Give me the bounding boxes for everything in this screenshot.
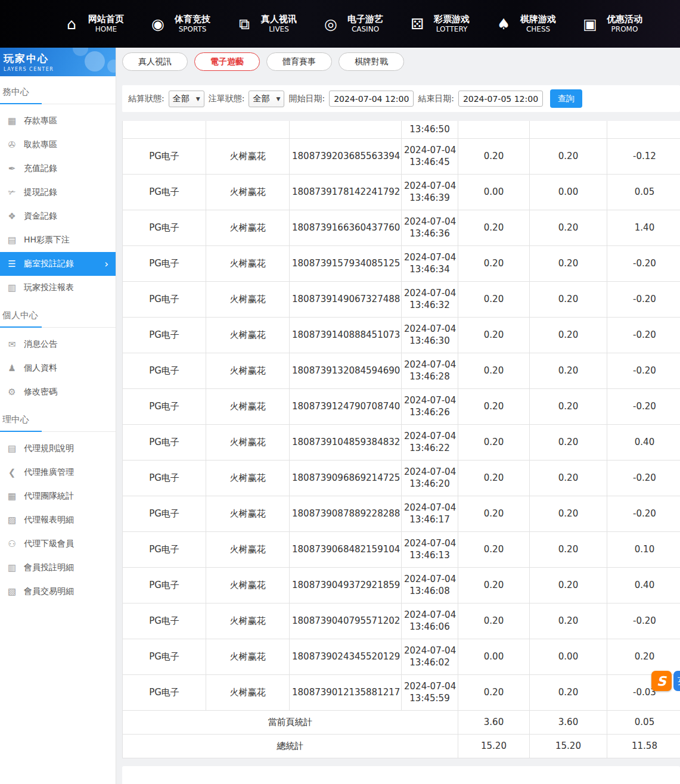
win-loss-cell: -0.20 xyxy=(607,603,680,639)
sogou-logo-icon[interactable]: S xyxy=(651,671,672,691)
bet-amount-cell: 0.20 xyxy=(458,567,530,603)
nav-item[interactable]: ▣ 优惠活动 PROMO xyxy=(569,0,655,48)
game-cell: 火树赢花 xyxy=(206,281,290,317)
time-date: 2024-07-04 xyxy=(404,502,455,514)
nav-item[interactable]: ◎ 电子游艺 CASINO xyxy=(309,0,396,48)
win-loss-cell xyxy=(607,121,680,138)
time-cell: 2024-07-04 13:46:45 xyxy=(402,138,458,174)
nav-item[interactable]: ⚄ 彩票游戏 LOTTERY xyxy=(396,0,482,48)
sidebar-item-label: 消息公告 xyxy=(24,339,57,350)
valid-bet-cell: 0.20 xyxy=(530,138,607,174)
sidebar-item[interactable]: ▥ 會員投註明細 › xyxy=(0,556,116,580)
platform-cell: PG电子 xyxy=(123,281,206,317)
grand-total-label: 總統計 xyxy=(123,734,458,758)
sidebar-item[interactable]: ▨ 代理報表明細 › xyxy=(0,508,116,532)
time-cell: 2024-07-04 13:46:30 xyxy=(402,317,458,353)
start-date-label: 開始日期: xyxy=(288,94,325,104)
sidebar-item[interactable]: ▦ 代理團隊統計 › xyxy=(0,484,116,508)
bet-amount-cell: 0.00 xyxy=(458,639,530,674)
order-status-select[interactable]: 全部 ▼ xyxy=(249,91,284,107)
room-bet-record-icon: ☰ xyxy=(6,260,18,269)
win-loss-cell: 0.10 xyxy=(607,531,680,567)
sidebar-item[interactable]: ⚇ 代理下級會員 › xyxy=(0,532,116,556)
win-loss-cell: 1.40 xyxy=(607,210,680,245)
order-no-cell: 1808739049372921859 xyxy=(290,567,402,603)
bet-amount-cell: 0.20 xyxy=(458,460,530,496)
lottery-bet-icon: ▤ xyxy=(6,236,18,245)
game-type-tab[interactable]: 真人視訊 xyxy=(122,52,188,71)
table-row: PG电子 火树赢花 1808739068482159104 2024-07-04… xyxy=(123,531,680,567)
sidebar-item[interactable]: ✇ 取款專區 › xyxy=(0,133,116,157)
sidebar-item[interactable]: ☰ 廳室投註記錄 › xyxy=(0,252,116,276)
sidebar-item[interactable]: ✒ 充值記錄 › xyxy=(0,157,116,181)
sidebar-item[interactable]: ✃ 提現記錄 › xyxy=(0,181,116,204)
sidebar-item[interactable]: ⚙ 修改密碼 › xyxy=(0,380,116,404)
game-type-tab[interactable]: 體育賽事 xyxy=(266,52,332,71)
game-type-tabs: 真人視訊電子遊藝體育賽事棋牌對戰 xyxy=(122,52,680,71)
valid-bet-cell: 0.20 xyxy=(530,674,607,710)
settle-status-select[interactable]: 全部 ▼ xyxy=(169,91,204,107)
sidebar-item[interactable]: ♟ 個人資料 › xyxy=(0,356,116,380)
time-cell: 2024-07-04 13:46:26 xyxy=(402,388,458,424)
order-no-cell: 1808739087889228288 xyxy=(290,496,402,531)
grand-total-row: 總統計 15.20 15.20 11.58 xyxy=(123,734,680,758)
sidebar-item[interactable]: ✉ 消息公告 › xyxy=(0,332,116,356)
sidebar-item[interactable]: ▥ 玩家投注報表 › xyxy=(0,276,116,300)
time-cell: 2024-07-04 13:46:02 xyxy=(402,639,458,674)
table-row: PG电子 火树赢花 1808739040795571202 2024-07-04… xyxy=(123,603,680,639)
nav-item[interactable]: ◉ 体育竞技 SPORTS xyxy=(136,0,223,48)
time-clock: 13:46:30 xyxy=(404,335,455,347)
time-clock: 13:45:59 xyxy=(404,692,455,704)
agent-menu: ▤ 代理規則說明 › ❮ 代理推廣管理 › ▦ 代理團隊統計 › ▨ 代理報表明… xyxy=(0,432,116,603)
table-row: PG电子 火树赢花 1808739024345520129 2024-07-04… xyxy=(123,639,680,674)
nav-item[interactable]: ♠ 棋牌游戏 CHESS xyxy=(482,0,569,48)
nav-label: 体育竞技 SPORTS xyxy=(175,15,210,33)
win-loss-cell: -0.20 xyxy=(607,353,680,388)
platform-cell: PG电子 xyxy=(123,496,206,531)
page-total-win: 0.05 xyxy=(607,710,680,734)
platform-cell: PG电子 xyxy=(123,639,206,674)
bet-amount-cell: 0.20 xyxy=(458,281,530,317)
sidebar-item[interactable]: ▤ HH彩票下注 › xyxy=(0,228,116,252)
end-date-input[interactable] xyxy=(458,91,543,107)
nav-item[interactable]: ⧉ 真人视讯 LIVES xyxy=(223,0,309,48)
nav-item[interactable]: ⌂ 网站首页 HOME xyxy=(50,0,136,48)
section-title-agent-text: 理中心 xyxy=(2,414,29,425)
table-row: PG电子 火树赢花 1808739140888451073 2024-07-04… xyxy=(123,317,680,353)
sidebar-item[interactable]: ▤ 代理規則說明 › xyxy=(0,437,116,461)
order-no-cell: 1808739178142241792 xyxy=(290,174,402,210)
sidebar: 玩家中心 LAYERS CENTER 務中心 ▦ 存款專區 › ✇ 取款專區 ›… xyxy=(0,48,116,784)
game-type-tab[interactable]: 棋牌對戰 xyxy=(339,52,404,71)
agent-promotion-icon: ❮ xyxy=(6,468,18,477)
valid-bet-cell: 0.20 xyxy=(530,460,607,496)
game-type-tab[interactable]: 電子遊藝 xyxy=(194,52,260,71)
start-date-input[interactable] xyxy=(329,91,414,107)
game-cell: 火树赢花 xyxy=(206,639,290,674)
sidebar-item[interactable]: ▧ 會員交易明細 › xyxy=(0,580,116,603)
lottery-ball-icon: ⚄ xyxy=(408,17,426,32)
sidebar-item-label: 充值記錄 xyxy=(24,163,57,174)
table-row: PG电子 火树赢花 1808739203685563394 2024-07-04… xyxy=(123,138,680,174)
nav-label-zh: 体育竞技 xyxy=(175,15,210,24)
platform-cell: PG电子 xyxy=(123,210,206,245)
sidebar-item[interactable]: ❮ 代理推廣管理 › xyxy=(0,461,116,484)
chevron-down-icon: ▼ xyxy=(196,96,200,102)
nav-label: 电子游艺 CASINO xyxy=(347,15,383,33)
sidebar-item[interactable]: ▦ 存款專區 › xyxy=(0,109,116,133)
platform-cell: PG电子 xyxy=(123,424,206,460)
sidebar-item-label: 代理下級會員 xyxy=(24,539,74,549)
sogou-ime-widget[interactable]: S 英 xyxy=(651,671,680,691)
main-content: 真人視訊電子遊藝體育賽事棋牌對戰 結算狀態: 全部 ▼ 注單狀態: 全部 ▼ 開… xyxy=(116,48,680,784)
sidebar-item-label: 取款專區 xyxy=(24,139,57,150)
sidebar-item[interactable]: ❖ 資金記錄 › xyxy=(0,204,116,228)
ime-language-toggle[interactable]: 英 xyxy=(673,671,680,691)
table-row: PG电子 火树赢花 1808739166360437760 2024-07-04… xyxy=(123,210,680,245)
time-date: 2024-07-04 xyxy=(404,323,455,335)
game-cell: 火树赢花 xyxy=(206,460,290,496)
valid-bet-cell: 0.20 xyxy=(530,353,607,388)
search-button[interactable]: 查詢 xyxy=(550,89,582,108)
order-no-cell xyxy=(290,121,402,138)
nav-label-en: CHESS xyxy=(526,26,550,33)
filter-bar: 結算狀態: 全部 ▼ 注單狀態: 全部 ▼ 開始日期: 結束日期: 查詢 xyxy=(122,85,680,112)
time-date: 2024-07-04 xyxy=(404,287,455,299)
